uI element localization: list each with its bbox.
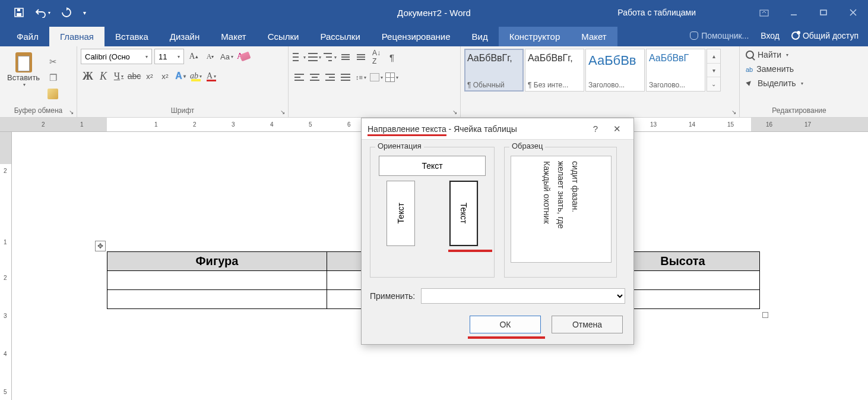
clipboard-dialog-launcher[interactable]: ↘ [67, 108, 75, 116]
increase-indent-button[interactable] [354, 50, 368, 64]
clear-formatting-button[interactable]: A [236, 49, 251, 64]
table-resize-handle[interactable] [762, 312, 768, 318]
ribbon-display-options-icon[interactable] [749, 0, 779, 25]
share-icon [791, 32, 800, 40]
table-cell[interactable] [107, 290, 327, 309]
tab-table-design[interactable]: Конструктор [499, 27, 571, 46]
close-icon[interactable] [838, 0, 868, 25]
save-icon[interactable] [7, 0, 31, 25]
tab-file[interactable]: Файл [6, 27, 49, 46]
font-name-combo[interactable]: Calibri (Осно▾ [81, 49, 152, 64]
table-move-handle[interactable]: ✥ [95, 241, 106, 251]
borders-icon [385, 73, 395, 82]
cut-button[interactable] [46, 55, 60, 69]
styles-dialog-launcher[interactable]: ↘ [730, 108, 738, 116]
tab-insert[interactable]: Вставка [104, 27, 159, 46]
share-button[interactable]: Общий доступ [787, 27, 863, 44]
align-right-button[interactable] [323, 70, 337, 84]
apply-to-combo[interactable] [421, 288, 625, 304]
sample-line: сидит фазан. [571, 161, 580, 212]
styles-gallery-more: ▴ ▾ ⌄ [707, 49, 721, 92]
apply-to-label: Применить: [370, 291, 415, 301]
ok-button[interactable]: ОК [470, 316, 541, 333]
table-header-cell[interactable]: Фигура [107, 252, 327, 271]
font-color-button[interactable]: A▾ [204, 69, 218, 83]
gallery-expand[interactable]: ⌄ [707, 77, 720, 91]
underline-button[interactable]: Ч▾ [112, 69, 126, 83]
tab-design[interactable]: Дизайн [159, 27, 210, 46]
highlight-button[interactable]: ab▾ [189, 69, 203, 83]
style-name: Заголово... [649, 81, 702, 89]
dialog-help-button[interactable]: ? [585, 124, 606, 134]
shrink-font-button[interactable]: A▾ [203, 49, 217, 64]
numbering-button[interactable]: ▾ [308, 50, 322, 64]
borders-button[interactable]: ▾ [385, 70, 399, 84]
styles-group-label [464, 106, 736, 116]
font-name-value: Calibri (Осно [85, 52, 130, 61]
tab-review[interactable]: Рецензирование [371, 27, 461, 46]
style-heading2[interactable]: АаБбВвГ Заголово... [646, 49, 705, 92]
qat-customize-icon[interactable]: ▾ [78, 0, 90, 25]
style-heading1[interactable]: АаБбВв Заголово... [585, 49, 645, 92]
dialog-titlebar[interactable]: Направление текста - Ячейка таблицы ? ✕ [362, 118, 633, 140]
table-cell[interactable] [107, 271, 327, 290]
tab-mailings[interactable]: Рассылки [309, 27, 370, 46]
paragraph-group-label [292, 106, 457, 116]
text-effects-button[interactable]: A▾ [173, 69, 188, 83]
minimize-icon[interactable] [779, 0, 809, 25]
show-marks-button[interactable]: ¶ [385, 50, 399, 64]
italic-button[interactable]: К [96, 69, 110, 83]
font-dialog-launcher[interactable]: ↘ [278, 108, 287, 116]
paste-label: Вставить [7, 74, 40, 82]
sort-button[interactable]: A↓Z [369, 50, 384, 64]
tell-me-field[interactable]: Помощник... [685, 27, 753, 44]
redo-icon[interactable] [55, 0, 78, 25]
vertical-ruler[interactable]: 2 1 2 3 4 5 [0, 132, 12, 400]
justify-button[interactable] [338, 70, 353, 84]
paste-button[interactable]: Вставить ▾ [4, 49, 43, 106]
multilevel-list-button[interactable]: ▾ [323, 50, 337, 64]
strikethrough-button[interactable]: abc [127, 69, 141, 83]
paragraph-dialog-launcher[interactable]: ↘ [451, 108, 459, 116]
select-button[interactable]: Выделить▾ [743, 77, 855, 89]
cancel-button[interactable]: Отмена [552, 316, 623, 333]
align-left-button[interactable] [292, 70, 306, 84]
tab-home[interactable]: Главная [49, 27, 104, 46]
subscript-button[interactable]: x2 [142, 69, 157, 83]
tab-view[interactable]: Вид [461, 27, 499, 46]
sample-line: желает знать, где [556, 161, 566, 229]
copy-button[interactable] [46, 71, 60, 85]
tab-references[interactable]: Ссылки [257, 27, 310, 46]
bullets-button[interactable]: ▾ [292, 50, 306, 64]
bold-button[interactable]: Ж [81, 69, 95, 83]
replace-button[interactable]: Заменить [743, 63, 855, 75]
superscript-button[interactable]: x2 [158, 69, 172, 83]
sign-in-button[interactable]: Вход [756, 27, 784, 44]
dialog-title-a: Направление текста [368, 124, 446, 136]
orientation-vertical-up-button[interactable]: Текст [387, 181, 415, 246]
change-case-button[interactable]: Aa▾ [220, 49, 234, 64]
ribbon-home: Вставить ▾ Буфер обмена ↘ Calibri (Осно▾… [0, 46, 868, 118]
align-center-button[interactable] [308, 70, 322, 84]
shading-button[interactable]: ▾ [369, 70, 384, 84]
multilevel-icon [324, 53, 333, 61]
undo-icon[interactable]: ▾ [31, 0, 55, 25]
maximize-icon[interactable] [809, 0, 838, 25]
orientation-vertical-down-button[interactable]: Текст [449, 181, 478, 246]
font-size-value: 11 [159, 52, 167, 61]
style-normal[interactable]: АаБбВвГг, ¶ Обычный [464, 49, 524, 92]
dialog-close-button[interactable]: ✕ [606, 124, 628, 134]
gallery-scroll-up[interactable]: ▴ [707, 49, 720, 64]
line-spacing-button[interactable]: ↕≡▾ [354, 70, 368, 84]
font-size-combo[interactable]: 11▾ [154, 49, 184, 64]
orientation-horizontal-button[interactable]: Текст [379, 156, 486, 176]
style-preview: АаБбВв [588, 53, 642, 68]
gallery-scroll-down[interactable]: ▾ [707, 64, 720, 78]
style-no-spacing[interactable]: АаБбВвГг, ¶ Без инте... [525, 49, 584, 92]
find-button[interactable]: Найти▾ [743, 49, 855, 61]
tab-layout[interactable]: Макет [210, 27, 256, 46]
tab-table-layout[interactable]: Макет [571, 27, 617, 46]
format-painter-button[interactable] [46, 87, 60, 101]
decrease-indent-button[interactable] [338, 50, 353, 64]
grow-font-button[interactable]: A▴ [186, 49, 201, 64]
